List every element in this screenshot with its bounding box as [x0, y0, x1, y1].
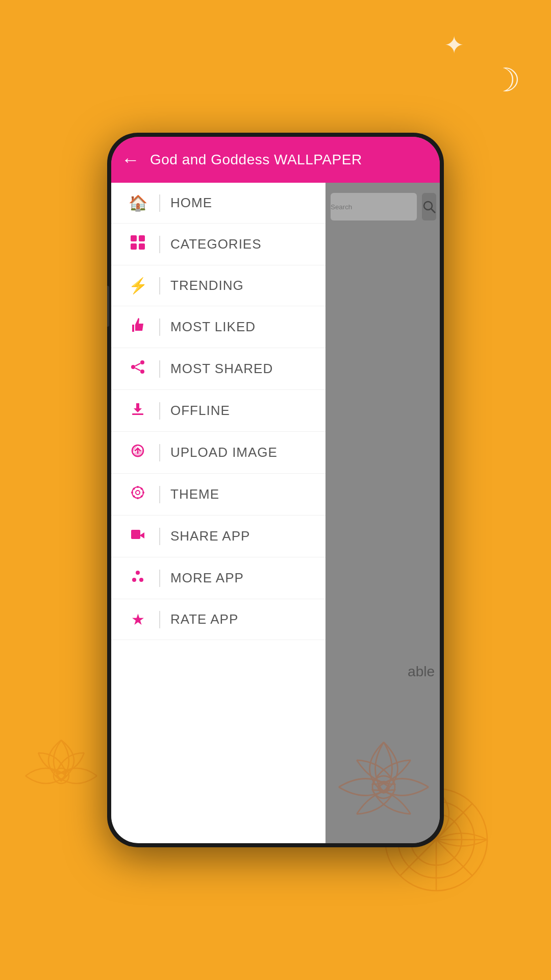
most-shared-icon — [127, 359, 149, 378]
back-button[interactable]: ← — [121, 149, 140, 170]
menu-item-home[interactable]: 🏠 HOME — [111, 183, 325, 224]
svg-rect-10 — [131, 243, 137, 250]
content-area: 🏠 HOME CATEGORIES — [111, 183, 440, 843]
right-panel: able — [325, 183, 440, 843]
upload-image-icon — [127, 443, 149, 462]
home-icon: 🏠 — [127, 194, 149, 212]
side-notch — [107, 286, 109, 327]
panel-lotus-decoration — [328, 731, 440, 843]
search-button[interactable] — [422, 193, 436, 220]
svg-point-32 — [424, 202, 432, 210]
svg-point-12 — [140, 360, 144, 364]
svg-point-14 — [140, 370, 144, 374]
lotus-decoration-left — [10, 725, 112, 827]
overlay-text: able — [408, 664, 435, 680]
svg-point-26 — [141, 496, 143, 498]
search-input[interactable] — [331, 193, 417, 220]
trending-icon: ⚡ — [127, 277, 149, 295]
menu-label-theme: THEME — [170, 486, 219, 502]
svg-point-13 — [131, 365, 135, 369]
menu-label-offline: OFFLINE — [170, 403, 230, 419]
menu-item-categories[interactable]: CATEGORIES — [111, 224, 325, 265]
svg-point-28 — [133, 496, 135, 498]
menu-divider — [159, 444, 160, 461]
offline-icon — [127, 401, 149, 420]
most-liked-icon — [127, 317, 149, 336]
menu-label-most-liked: MOST LIKED — [170, 319, 256, 335]
menu-label-upload-image: UPLOAD IMAGE — [170, 445, 278, 460]
menu-divider — [159, 194, 160, 212]
menu-item-theme[interactable]: THEME — [111, 474, 325, 516]
menu-divider — [159, 486, 160, 503]
svg-rect-9 — [139, 235, 145, 241]
menu-item-share-app[interactable]: SHARE APP — [111, 516, 325, 557]
phone-screen: ← God and Goddess WALLPAPER 🏠 HOME — [111, 137, 440, 843]
svg-point-23 — [131, 492, 133, 494]
svg-line-33 — [431, 209, 435, 213]
menu-divider — [159, 528, 160, 545]
svg-point-22 — [137, 497, 139, 499]
menu-label-most-shared: MOST SHARED — [170, 361, 273, 377]
menu-divider — [159, 360, 160, 378]
menu-item-rate-app[interactable]: ★ RATE APP — [111, 599, 325, 640]
menu-item-most-liked[interactable]: MOST LIKED — [111, 306, 325, 348]
menu-label-home: HOME — [170, 195, 212, 211]
svg-point-34 — [372, 776, 395, 798]
menu-label-categories: CATEGORIES — [170, 236, 262, 252]
menu-divider — [159, 570, 160, 587]
search-bar-area — [331, 193, 435, 220]
theme-icon — [127, 485, 149, 504]
svg-point-30 — [132, 578, 136, 582]
menu-divider — [159, 611, 160, 628]
svg-point-29 — [136, 571, 140, 575]
svg-point-25 — [133, 488, 135, 490]
menu-item-upload-image[interactable]: UPLOAD IMAGE — [111, 432, 325, 474]
menu-item-most-shared[interactable]: MOST SHARED — [111, 348, 325, 390]
menu-item-offline[interactable]: OFFLINE — [111, 390, 325, 432]
svg-rect-17 — [132, 413, 143, 415]
svg-rect-11 — [139, 243, 145, 250]
svg-point-20 — [136, 491, 140, 495]
menu-divider — [159, 318, 160, 336]
menu-label-share-app: SHARE APP — [170, 528, 250, 544]
rate-app-icon: ★ — [127, 610, 149, 628]
navigation-drawer: 🏠 HOME CATEGORIES — [111, 183, 325, 843]
menu-label-rate-app: RATE APP — [170, 611, 238, 627]
svg-line-16 — [135, 368, 140, 371]
svg-rect-8 — [131, 235, 137, 241]
more-app-icon — [127, 569, 149, 587]
menu-label-trending: TRENDING — [170, 278, 244, 293]
svg-point-7 — [54, 768, 69, 783]
share-app-icon — [127, 527, 149, 546]
star-decoration: ✦ — [444, 31, 464, 59]
phone-frame: ← God and Goddess WALLPAPER 🏠 HOME — [107, 133, 444, 847]
menu-divider — [159, 236, 160, 253]
svg-line-15 — [135, 363, 140, 366]
menu-label-more-app: MORE APP — [170, 570, 244, 586]
svg-point-24 — [142, 492, 144, 494]
svg-point-27 — [141, 488, 143, 490]
menu-divider — [159, 277, 160, 295]
menu-divider — [159, 402, 160, 420]
menu-item-trending[interactable]: ⚡ TRENDING — [111, 265, 325, 306]
svg-point-31 — [139, 578, 143, 582]
moon-decoration: ☽ — [491, 61, 520, 99]
svg-point-21 — [137, 486, 139, 488]
menu-item-more-app[interactable]: MORE APP — [111, 557, 325, 599]
app-header: ← God and Goddess WALLPAPER — [111, 137, 440, 183]
header-title: God and Goddess WALLPAPER — [150, 152, 362, 168]
categories-icon — [127, 235, 149, 254]
